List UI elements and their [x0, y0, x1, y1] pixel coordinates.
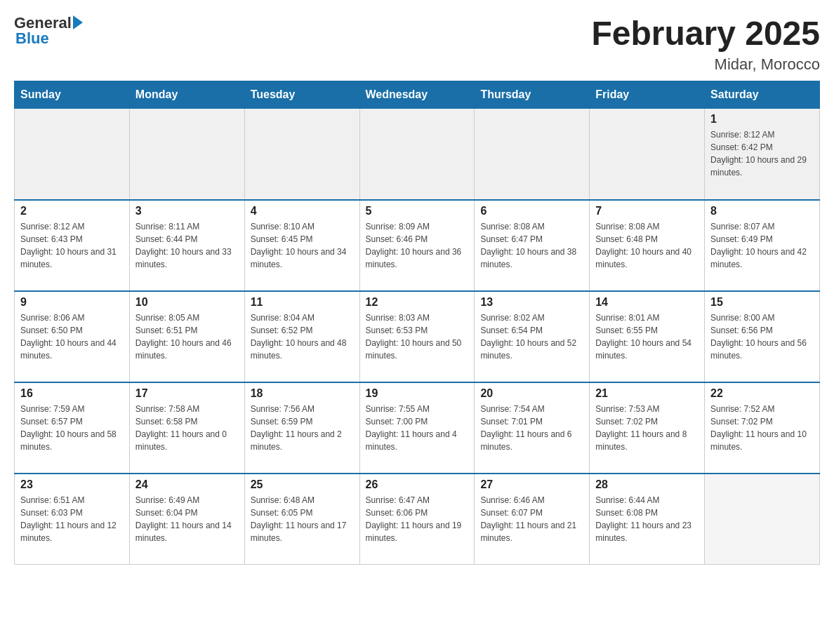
- day-info: Sunrise: 6:44 AMSunset: 6:08 PMDaylight:…: [595, 494, 699, 544]
- calendar-table: SundayMondayTuesdayWednesdayThursdayFrid…: [14, 81, 820, 565]
- day-number: 2: [20, 205, 124, 217]
- day-number: 16: [20, 387, 124, 400]
- calendar-cell: 6Sunrise: 8:08 AMSunset: 6:47 PMDaylight…: [475, 200, 590, 291]
- day-number: 6: [480, 205, 583, 217]
- day-number: 21: [595, 387, 699, 400]
- title-block: February 2025 Midar, Morocco: [591, 14, 820, 74]
- calendar-cell: 10Sunrise: 8:05 AMSunset: 6:51 PMDayligh…: [129, 291, 244, 382]
- day-number: 24: [135, 478, 239, 491]
- day-number: 25: [251, 478, 354, 491]
- logo: General Blue: [14, 14, 83, 48]
- calendar-body: 1Sunrise: 8:12 AMSunset: 6:42 PMDaylight…: [15, 109, 820, 565]
- calendar-cell: 2Sunrise: 8:12 AMSunset: 6:43 PMDaylight…: [15, 200, 130, 291]
- day-info: Sunrise: 7:59 AMSunset: 6:57 PMDaylight:…: [20, 403, 124, 453]
- calendar-cell: 20Sunrise: 7:54 AMSunset: 7:01 PMDayligh…: [475, 382, 590, 474]
- header-day-monday: Monday: [129, 81, 244, 109]
- calendar-cell: 9Sunrise: 8:06 AMSunset: 6:50 PMDaylight…: [15, 291, 130, 382]
- day-info: Sunrise: 8:08 AMSunset: 6:48 PMDaylight:…: [595, 220, 699, 271]
- calendar-cell: 3Sunrise: 8:11 AMSunset: 6:44 PMDaylight…: [129, 200, 244, 291]
- day-info: Sunrise: 8:00 AMSunset: 6:56 PMDaylight:…: [710, 311, 814, 362]
- day-number: 5: [366, 205, 469, 217]
- calendar-subtitle: Midar, Morocco: [591, 55, 820, 74]
- calendar-cell: 24Sunrise: 6:49 AMSunset: 6:04 PMDayligh…: [129, 474, 244, 565]
- day-info: Sunrise: 8:05 AMSunset: 6:51 PMDaylight:…: [135, 311, 239, 362]
- calendar-cell: 16Sunrise: 7:59 AMSunset: 6:57 PMDayligh…: [15, 382, 130, 474]
- day-number: 15: [710, 296, 814, 309]
- calendar-header: SundayMondayTuesdayWednesdayThursdayFrid…: [15, 81, 820, 109]
- header-row: SundayMondayTuesdayWednesdayThursdayFrid…: [15, 81, 820, 109]
- calendar-cell: [590, 109, 705, 200]
- day-info: Sunrise: 8:02 AMSunset: 6:54 PMDaylight:…: [480, 311, 583, 362]
- calendar-cell: 14Sunrise: 8:01 AMSunset: 6:55 PMDayligh…: [590, 291, 705, 382]
- calendar-cell: 27Sunrise: 6:46 AMSunset: 6:07 PMDayligh…: [475, 474, 590, 565]
- day-number: 9: [20, 296, 124, 309]
- day-info: Sunrise: 6:49 AMSunset: 6:04 PMDaylight:…: [135, 494, 239, 544]
- day-number: 22: [710, 387, 814, 400]
- day-info: Sunrise: 7:52 AMSunset: 7:02 PMDaylight:…: [710, 403, 814, 453]
- day-info: Sunrise: 8:04 AMSunset: 6:52 PMDaylight:…: [251, 311, 354, 362]
- calendar-cell: 23Sunrise: 6:51 AMSunset: 6:03 PMDayligh…: [15, 474, 130, 565]
- calendar-cell: 12Sunrise: 8:03 AMSunset: 6:53 PMDayligh…: [359, 291, 475, 382]
- day-number: 4: [251, 205, 354, 217]
- day-info: Sunrise: 8:06 AMSunset: 6:50 PMDaylight:…: [20, 311, 124, 362]
- day-info: Sunrise: 6:47 AMSunset: 6:06 PMDaylight:…: [366, 494, 469, 544]
- calendar-cell: 19Sunrise: 7:55 AMSunset: 7:00 PMDayligh…: [359, 382, 475, 474]
- day-number: 20: [480, 387, 583, 400]
- day-info: Sunrise: 8:10 AMSunset: 6:45 PMDaylight:…: [251, 220, 354, 271]
- day-info: Sunrise: 7:55 AMSunset: 7:00 PMDaylight:…: [366, 403, 469, 453]
- calendar-cell: 13Sunrise: 8:02 AMSunset: 6:54 PMDayligh…: [475, 291, 590, 382]
- calendar-cell: 21Sunrise: 7:53 AMSunset: 7:02 PMDayligh…: [590, 382, 705, 474]
- day-number: 19: [366, 387, 469, 400]
- day-number: 23: [20, 478, 124, 491]
- day-number: 18: [251, 387, 354, 400]
- page-header: General Blue February 2025 Midar, Morocc…: [14, 14, 820, 74]
- day-info: Sunrise: 8:12 AMSunset: 6:43 PMDaylight:…: [20, 220, 124, 271]
- calendar-cell: 25Sunrise: 6:48 AMSunset: 6:05 PMDayligh…: [244, 474, 359, 565]
- day-info: Sunrise: 8:11 AMSunset: 6:44 PMDaylight:…: [135, 220, 239, 271]
- calendar-week-1: 1Sunrise: 8:12 AMSunset: 6:42 PMDaylight…: [15, 109, 820, 200]
- calendar-cell: 1Sunrise: 8:12 AMSunset: 6:42 PMDaylight…: [705, 109, 820, 200]
- day-number: 10: [135, 296, 239, 309]
- day-info: Sunrise: 8:01 AMSunset: 6:55 PMDaylight:…: [595, 311, 699, 362]
- day-info: Sunrise: 7:53 AMSunset: 7:02 PMDaylight:…: [595, 403, 699, 453]
- calendar-cell: 26Sunrise: 6:47 AMSunset: 6:06 PMDayligh…: [359, 474, 475, 565]
- day-number: 1: [710, 113, 814, 126]
- header-day-sunday: Sunday: [15, 81, 130, 109]
- calendar-week-3: 9Sunrise: 8:06 AMSunset: 6:50 PMDaylight…: [15, 291, 820, 382]
- day-number: 28: [595, 478, 699, 491]
- calendar-title: February 2025: [591, 14, 820, 53]
- day-number: 13: [480, 296, 583, 309]
- day-number: 7: [595, 205, 699, 217]
- day-info: Sunrise: 8:12 AMSunset: 6:42 PMDaylight:…: [710, 128, 814, 179]
- header-day-friday: Friday: [590, 81, 705, 109]
- calendar-week-4: 16Sunrise: 7:59 AMSunset: 6:57 PMDayligh…: [15, 382, 820, 474]
- calendar-cell: 18Sunrise: 7:56 AMSunset: 6:59 PMDayligh…: [244, 382, 359, 474]
- day-number: 27: [480, 478, 583, 491]
- calendar-cell: 5Sunrise: 8:09 AMSunset: 6:46 PMDaylight…: [359, 200, 475, 291]
- calendar-cell: [359, 109, 475, 200]
- header-day-tuesday: Tuesday: [244, 81, 359, 109]
- logo-arrow-icon: [73, 15, 83, 29]
- calendar-cell: [705, 474, 820, 565]
- calendar-cell: [129, 109, 244, 200]
- day-info: Sunrise: 7:56 AMSunset: 6:59 PMDaylight:…: [251, 403, 354, 453]
- day-number: 17: [135, 387, 239, 400]
- day-info: Sunrise: 8:09 AMSunset: 6:46 PMDaylight:…: [366, 220, 469, 271]
- day-number: 26: [366, 478, 469, 491]
- day-number: 8: [710, 205, 814, 217]
- calendar-cell: 22Sunrise: 7:52 AMSunset: 7:02 PMDayligh…: [705, 382, 820, 474]
- calendar-week-5: 23Sunrise: 6:51 AMSunset: 6:03 PMDayligh…: [15, 474, 820, 565]
- day-number: 3: [135, 205, 239, 217]
- calendar-cell: 17Sunrise: 7:58 AMSunset: 6:58 PMDayligh…: [129, 382, 244, 474]
- header-day-thursday: Thursday: [475, 81, 590, 109]
- calendar-cell: 15Sunrise: 8:00 AMSunset: 6:56 PMDayligh…: [705, 291, 820, 382]
- calendar-cell: [244, 109, 359, 200]
- calendar-cell: 7Sunrise: 8:08 AMSunset: 6:48 PMDaylight…: [590, 200, 705, 291]
- calendar-cell: [475, 109, 590, 200]
- day-info: Sunrise: 6:46 AMSunset: 6:07 PMDaylight:…: [480, 494, 583, 544]
- calendar-cell: [15, 109, 130, 200]
- day-number: 14: [595, 296, 699, 309]
- logo-blue-text: Blue: [15, 29, 49, 48]
- day-info: Sunrise: 8:08 AMSunset: 6:47 PMDaylight:…: [480, 220, 583, 271]
- day-info: Sunrise: 6:48 AMSunset: 6:05 PMDaylight:…: [251, 494, 354, 544]
